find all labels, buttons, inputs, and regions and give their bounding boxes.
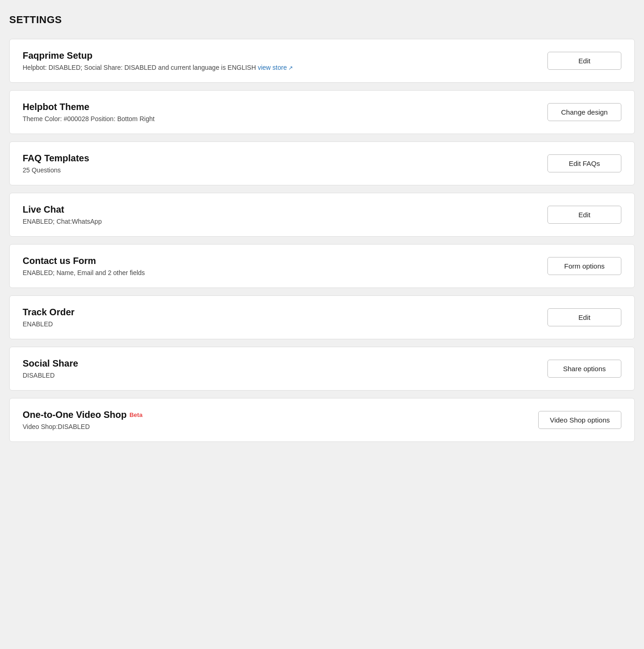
- card-title-text-faq-templates: FAQ Templates: [23, 153, 89, 164]
- card-title-track-order: Track Order: [23, 307, 536, 318]
- card-title-text-live-chat: Live Chat: [23, 204, 64, 215]
- card-action-social-share: Share options: [547, 360, 621, 378]
- card-info-helpbot-theme: Helpbot ThemeTheme Color: #000028 Positi…: [23, 102, 536, 122]
- video-shop-button[interactable]: Video Shop options: [538, 411, 621, 429]
- card-title-text-video-shop: One-to-One Video Shop: [23, 410, 127, 420]
- settings-card-track-order: Track OrderENABLEDEdit: [9, 295, 635, 339]
- card-title-text-helpbot-theme: Helpbot Theme: [23, 102, 89, 112]
- page-title: SETTINGS: [9, 14, 635, 26]
- settings-card-faq-templates: FAQ Templates25 QuestionsEdit FAQs: [9, 141, 635, 185]
- card-subtitle-live-chat: ENABLED; Chat:WhatsApp: [23, 218, 536, 225]
- card-title-text-faqprime-setup: Faqprime Setup: [23, 50, 92, 61]
- helpbot-theme-button[interactable]: Change design: [547, 103, 621, 121]
- card-title-helpbot-theme: Helpbot Theme: [23, 102, 536, 112]
- card-subtitle-helpbot-theme: Theme Color: #000028 Position: Bottom Ri…: [23, 115, 536, 122]
- faqprime-setup-button[interactable]: Edit: [547, 52, 621, 70]
- card-subtitle-video-shop: Video Shop:DISABLED: [23, 423, 527, 430]
- view-store-link-faqprime-setup[interactable]: view store: [258, 64, 293, 71]
- settings-card-live-chat: Live ChatENABLED; Chat:WhatsAppEdit: [9, 193, 635, 237]
- card-info-track-order: Track OrderENABLED: [23, 307, 536, 328]
- card-action-track-order: Edit: [547, 308, 621, 326]
- card-info-video-shop: One-to-One Video ShopBetaVideo Shop:DISA…: [23, 410, 527, 430]
- card-info-live-chat: Live ChatENABLED; Chat:WhatsApp: [23, 204, 536, 225]
- card-title-text-social-share: Social Share: [23, 358, 78, 369]
- card-info-contact-us-form: Contact us FormENABLED; Name, Email and …: [23, 256, 536, 276]
- card-subtitle-track-order: ENABLED: [23, 320, 536, 328]
- card-action-helpbot-theme: Change design: [547, 103, 621, 121]
- settings-card-video-shop: One-to-One Video ShopBetaVideo Shop:DISA…: [9, 398, 635, 442]
- card-info-faq-templates: FAQ Templates25 Questions: [23, 153, 536, 174]
- card-title-video-shop: One-to-One Video ShopBeta: [23, 410, 527, 420]
- settings-card-social-share: Social ShareDISABLEDShare options: [9, 347, 635, 391]
- card-subtitle-faqprime-setup: Helpbot: DISABLED; Social Share: DISABLE…: [23, 64, 536, 71]
- settings-cards-container: Faqprime SetupHelpbot: DISABLED; Social …: [9, 39, 635, 442]
- card-action-video-shop: Video Shop options: [538, 411, 621, 429]
- faq-templates-button[interactable]: Edit FAQs: [547, 154, 621, 172]
- card-title-social-share: Social Share: [23, 358, 536, 369]
- card-title-text-contact-us-form: Contact us Form: [23, 256, 96, 266]
- card-action-contact-us-form: Form options: [547, 257, 621, 275]
- track-order-button[interactable]: Edit: [547, 308, 621, 326]
- card-subtitle-contact-us-form: ENABLED; Name, Email and 2 other fields: [23, 269, 536, 276]
- card-title-contact-us-form: Contact us Form: [23, 256, 536, 266]
- card-subtitle-social-share: DISABLED: [23, 372, 536, 379]
- card-action-faqprime-setup: Edit: [547, 52, 621, 70]
- card-title-faq-templates: FAQ Templates: [23, 153, 536, 164]
- card-title-live-chat: Live Chat: [23, 204, 536, 215]
- settings-card-contact-us-form: Contact us FormENABLED; Name, Email and …: [9, 244, 635, 288]
- card-subtitle-faq-templates: 25 Questions: [23, 166, 536, 174]
- beta-badge-video-shop: Beta: [129, 411, 142, 418]
- card-action-faq-templates: Edit FAQs: [547, 154, 621, 172]
- settings-card-faqprime-setup: Faqprime SetupHelpbot: DISABLED; Social …: [9, 39, 635, 83]
- contact-us-form-button[interactable]: Form options: [547, 257, 621, 275]
- social-share-button[interactable]: Share options: [547, 360, 621, 378]
- live-chat-button[interactable]: Edit: [547, 206, 621, 224]
- settings-card-helpbot-theme: Helpbot ThemeTheme Color: #000028 Positi…: [9, 90, 635, 134]
- card-title-faqprime-setup: Faqprime Setup: [23, 50, 536, 61]
- card-title-text-track-order: Track Order: [23, 307, 74, 318]
- card-info-faqprime-setup: Faqprime SetupHelpbot: DISABLED; Social …: [23, 50, 536, 71]
- card-info-social-share: Social ShareDISABLED: [23, 358, 536, 379]
- card-action-live-chat: Edit: [547, 206, 621, 224]
